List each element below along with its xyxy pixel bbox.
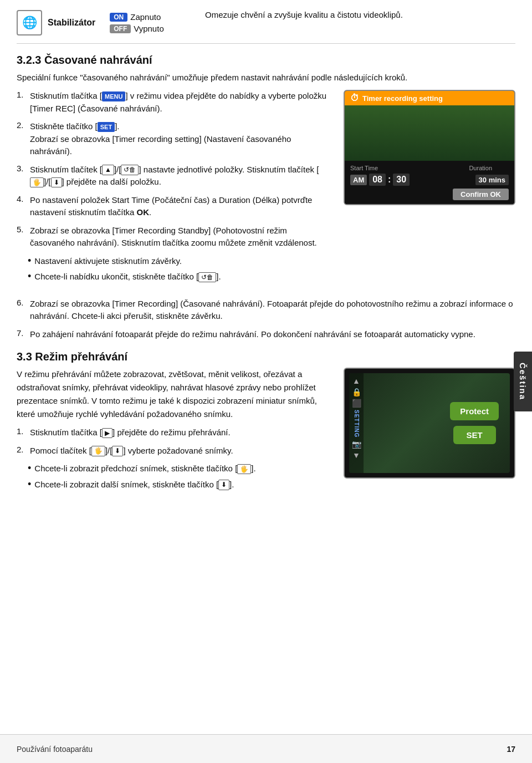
step-1-num: 1.	[17, 90, 27, 115]
off-row: OFF Vypnuto	[110, 24, 164, 33]
playback-step-2-num: 2.	[17, 445, 27, 457]
step-5-text: Zobrazí se obrazovka [Timer Recording St…	[30, 225, 332, 250]
timer-hour: 08	[369, 174, 386, 186]
page-wrapper: 🌐 Stabilizátor ON Zapnuto OFF Vypnuto Om…	[0, 0, 532, 763]
top-section: 🌐 Stabilizátor ON Zapnuto OFF Vypnuto Om…	[17, 10, 515, 44]
pb-bullet-2-text: Chcete-li zobrazit další snímek, stiskně…	[34, 479, 234, 491]
step-5-num: 5.	[17, 225, 27, 250]
playback-step-2-text: Pomocí tlačítek [🖐]/[⬇] vyberte požadova…	[30, 445, 233, 457]
strip-icon-1: ▲	[352, 377, 360, 385]
top-description: Omezuje chvění a zvyšuje kvalitu a čisto…	[194, 10, 515, 19]
timer-header-icon: ⏱	[350, 93, 359, 103]
step-4-text: Po nastavení položek Start Time (Počáteč…	[30, 194, 332, 219]
on-off-block: ON Zapnuto OFF Vypnuto	[110, 12, 164, 33]
timer-colon: :	[388, 175, 391, 185]
timer-box-header: ⏱ Timer recording setting	[345, 91, 514, 105]
playback-box: ▲ 🔒 ⬛ SETTING 📷 ▼ Protect SET	[344, 368, 515, 479]
stabilizator-block: 🌐 Stabilizátor ON Zapnuto OFF Vypnuto	[17, 10, 194, 35]
step-2: 2. Stiskněte tlačítko [SET]. Zobrazí se …	[17, 120, 332, 158]
play-icon: ▶	[102, 428, 112, 439]
bullet-2-text: Chcete-li nabídku ukončit, stiskněte tla…	[34, 271, 221, 283]
step-7-num: 7.	[17, 328, 27, 341]
section-33-left: V režimu přehrávání můžete zobrazovat, z…	[17, 368, 332, 496]
off-text: Vypnuto	[134, 24, 164, 33]
section-33-heading: 3.3 Režim přehrávání	[17, 350, 515, 363]
set-btn-inline: SET	[98, 122, 115, 133]
playback-bullets: • Chcete-li zobrazit předchozí snímek, s…	[28, 462, 332, 491]
down-icon-2: ⬇	[112, 446, 123, 456]
timer-labels-row: Start Time Duration	[350, 165, 509, 171]
section-323: 3.2.3 Časované nahrávání Speciální funkc…	[17, 54, 515, 340]
step-2-num: 2.	[17, 120, 27, 158]
hand-icon-3: 🖐	[237, 464, 251, 475]
stabilizator-label: Stabilizátor	[48, 18, 95, 28]
on-badge: ON	[110, 13, 127, 22]
on-row: ON Zapnuto	[110, 12, 164, 22]
step-6-num: 6.	[17, 298, 27, 323]
playback-step-1: 1. Stisknutím tlačítka [▶] přejděte do r…	[17, 426, 332, 439]
section-323-intro: Speciální funkce "časovaného nahrávání" …	[17, 71, 515, 84]
menu-btn: MENU	[102, 91, 125, 102]
section-33-block: V režimu přehrávání můžete zobrazovat, z…	[17, 368, 515, 496]
step-4: 4. Po nastavení položek Start Time (Počá…	[17, 194, 332, 219]
step-7: 7. Po zahájení nahrávání fotoaparát přej…	[17, 328, 515, 341]
timer-recording-box: ⏱ Timer recording setting Start Time Dur…	[344, 90, 515, 205]
bullet-dot-2: •	[28, 271, 31, 283]
step-5-bullets: • Nastavení aktivujete stisknutím závěrk…	[28, 255, 332, 283]
hand-icon: 🖐	[30, 177, 44, 188]
duration-label: Duration	[469, 165, 492, 171]
bullet-dot-1: •	[28, 255, 31, 267]
playback-step-1-num: 1.	[17, 426, 27, 439]
section-323-heading: 3.2.3 Časované nahrávání	[17, 54, 515, 67]
playback-step-2: 2. Pomocí tlačítek [🖐]/[⬇] vyberte požad…	[17, 445, 332, 457]
timer-box-title: Timer recording setting	[362, 94, 443, 103]
timer-am: AM	[350, 175, 367, 185]
on-text: Zapnuto	[130, 12, 161, 22]
section-33: 3.3 Režim přehrávání V režimu přehrávání…	[17, 350, 515, 496]
step-1: 1. Stisknutím tlačítka [MENU] v režimu v…	[17, 90, 332, 115]
pb-bullet-dot-2: •	[28, 479, 31, 491]
strip-icon-6: ▼	[352, 451, 360, 460]
set-button[interactable]: SET	[453, 426, 496, 444]
down-icon-3: ⬇	[218, 480, 229, 490]
stabilizator-icon: 🌐	[17, 10, 42, 35]
timer-values-row: AM 08 : 30 30 mins	[350, 174, 509, 186]
section-33-right: ▲ 🔒 ⬛ SETTING 📷 ▼ Protect SET	[344, 368, 515, 496]
playback-step-1-text: Stisknutím tlačítka [▶] přejděte do reži…	[30, 426, 231, 439]
strip-icon-2: 🔒	[352, 388, 361, 396]
footer-text: Používání fotoaparátu	[17, 745, 93, 754]
step-7-text: Po zahájení nahrávání fotoaparát přejde …	[30, 328, 475, 341]
step-2-text: Stiskněte tlačítko [SET]. Zobrazí se obr…	[30, 120, 332, 158]
playback-bullet-1: • Chcete-li zobrazit předchozí snímek, s…	[28, 462, 332, 475]
up-arrow-icon: ▲	[102, 165, 114, 175]
timer-minute: 30	[393, 174, 410, 186]
step-1-text: Stisknutím tlačítka [MENU] v režimu vide…	[30, 90, 332, 115]
step-6-text: Zobrazí se obrazovka [Timer Recording] (…	[30, 298, 515, 323]
strip-icon-3: ⬛	[352, 399, 361, 408]
two-col-layout: 1. Stisknutím tlačítka [MENU] v režimu v…	[17, 90, 515, 289]
timer-content	[345, 105, 514, 161]
confirm-ok-button[interactable]: Confirm OK	[453, 189, 509, 200]
col-left: 1. Stisknutím tlačítka [MENU] v režimu v…	[17, 90, 332, 289]
strip-icon-5: 📷	[352, 440, 361, 449]
page-footer: Používání fotoaparátu 17	[0, 734, 532, 763]
protect-button[interactable]: Protect	[450, 402, 499, 420]
hand-icon-2: 🖐	[91, 446, 105, 456]
footer-page: 17	[507, 745, 515, 754]
step-6: 6. Zobrazí se obrazovka [Timer Recording…	[17, 298, 515, 323]
pb-bullet-dot-1: •	[28, 462, 31, 475]
down-arrow-icon: ⬇	[51, 177, 62, 188]
step-4-num: 4.	[17, 194, 27, 219]
bullet-1-text: Nastavení aktivujete stisknutím závěrky.	[34, 255, 182, 268]
playback-bullet-2: • Chcete-li zobrazit další snímek, stisk…	[28, 479, 332, 491]
timer-icon: ↺🗑	[121, 165, 139, 175]
timer-duration: 30 mins	[475, 175, 509, 185]
vertical-language-tab: Čeština	[514, 352, 532, 411]
strip-icon-4: SETTING	[354, 410, 360, 438]
off-badge: OFF	[110, 24, 131, 33]
timer-confirm-row: Confirm OK	[350, 189, 509, 200]
step-3-text: Stisknutím tlačítek [▲]/[↺🗑] nastavte je…	[30, 164, 332, 189]
timer-bottom-bar: Start Time Duration AM 08 : 30 30 mins C…	[345, 161, 514, 204]
timer-icon-2: ↺🗑	[198, 272, 216, 283]
step-3: 3. Stisknutím tlačítek [▲]/[↺🗑] nastavte…	[17, 164, 332, 189]
